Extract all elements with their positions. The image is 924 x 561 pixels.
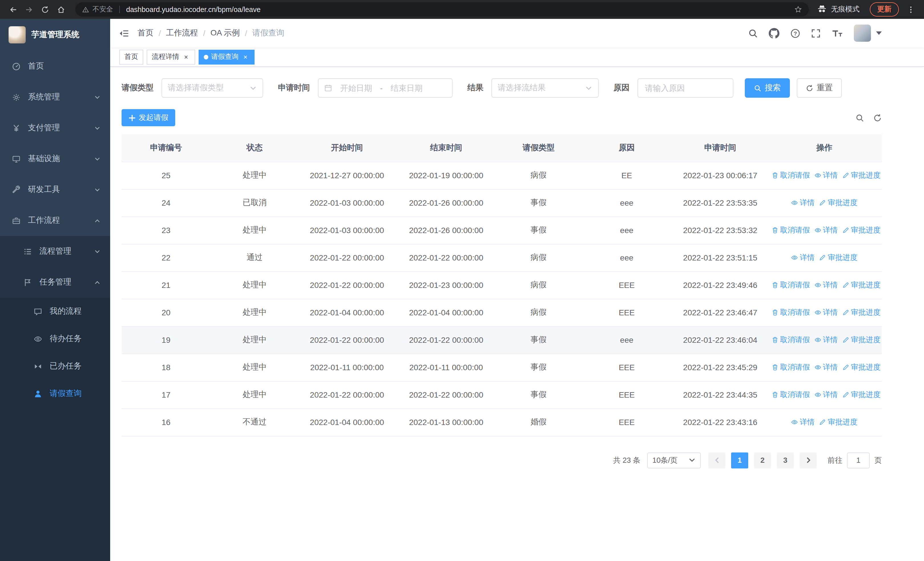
result-select[interactable]: 请选择流结果: [491, 78, 599, 98]
create-leave-button[interactable]: 发起请假: [122, 109, 175, 126]
apply-time-range-picker[interactable]: -: [318, 78, 453, 98]
sidebar-item[interactable]: 支付管理: [0, 113, 110, 143]
page-button[interactable]: 3: [777, 452, 794, 468]
cell-status: 处理中: [211, 271, 299, 299]
cancel-action-link[interactable]: 取消请假: [772, 335, 810, 345]
cell-status: 处理中: [211, 326, 299, 353]
cancel-action-link[interactable]: 取消请假: [772, 362, 810, 373]
breadcrumb-item[interactable]: 首页: [138, 28, 153, 38]
action-label: 审批进度: [851, 307, 880, 317]
refresh-table-icon[interactable]: [873, 113, 882, 122]
browser-menu-icon[interactable]: [903, 2, 918, 17]
start-date-input[interactable]: [334, 83, 378, 93]
cancel-action-link[interactable]: 取消请假: [772, 307, 810, 317]
reset-button-label: 重置: [817, 83, 832, 93]
progress-action-link[interactable]: 审批进度: [842, 170, 880, 180]
search-toggle-icon[interactable]: [855, 113, 864, 122]
sidebar-item[interactable]: 研发工具: [0, 174, 110, 205]
progress-action-link[interactable]: 审批进度: [842, 280, 880, 290]
sidebar-item[interactable]: 工作流程: [0, 205, 110, 236]
progress-action-link[interactable]: 审批进度: [842, 362, 880, 373]
detail-action-link[interactable]: 详情: [814, 335, 838, 345]
security-chip[interactable]: 不安全: [93, 5, 113, 14]
leave-type-select[interactable]: 请选择请假类型: [162, 78, 263, 98]
prev-page-button[interactable]: [708, 452, 725, 468]
tab[interactable]: 首页: [119, 50, 143, 64]
page-button[interactable]: 2: [754, 452, 771, 468]
sidebar-toggle-icon[interactable]: [110, 19, 138, 47]
sidebar-item[interactable]: 系统管理: [0, 82, 110, 113]
pagination: 共 23 条 10条/页 123 前往 页: [122, 452, 882, 468]
cancel-action-link[interactable]: 取消请假: [772, 170, 810, 180]
cancel-action-link[interactable]: 取消请假: [772, 280, 810, 290]
close-icon[interactable]: ×: [242, 53, 249, 61]
update-button[interactable]: 更新: [870, 2, 899, 17]
page-button[interactable]: 1: [731, 452, 748, 468]
progress-action-link[interactable]: 审批进度: [819, 417, 858, 427]
sidebar-item[interactable]: 流程管理: [0, 236, 110, 267]
security-warning-icon[interactable]: [82, 6, 89, 13]
action-label: 取消请假: [780, 307, 810, 317]
reason-input[interactable]: [638, 78, 734, 98]
cell-reason: EEE: [580, 381, 674, 409]
user-avatar[interactable]: [854, 24, 871, 42]
header-search-icon[interactable]: [748, 28, 758, 38]
progress-action-link[interactable]: 审批进度: [842, 390, 880, 400]
detail-action-link[interactable]: 详情: [814, 225, 838, 235]
detail-action-link[interactable]: 详情: [814, 362, 838, 373]
tab[interactable]: 流程详情×: [147, 50, 195, 64]
help-icon[interactable]: ?: [790, 28, 800, 38]
cancel-action-link[interactable]: 取消请假: [772, 225, 810, 235]
search-button[interactable]: 搜索: [745, 78, 790, 98]
sidebar-item[interactable]: 基础设施: [0, 143, 110, 174]
progress-action-link[interactable]: 审批进度: [842, 225, 880, 235]
cell-start_time: 2022-01-22 00:00:00: [299, 244, 395, 271]
back-icon[interactable]: [6, 2, 21, 17]
tab[interactable]: 请假查询×: [199, 50, 255, 64]
detail-action-link[interactable]: 详情: [791, 198, 815, 208]
sidebar-item[interactable]: 已办任务: [0, 352, 110, 380]
progress-action-link[interactable]: 审批进度: [842, 307, 880, 317]
end-date-input[interactable]: [385, 83, 428, 93]
forward-icon[interactable]: [22, 2, 36, 17]
breadcrumb-item[interactable]: 工作流程: [166, 28, 198, 38]
cell-apply_time: 2022-01-22 23:53:32: [674, 217, 767, 244]
cell-end_time: 2022-01-22 00:00:00: [395, 381, 497, 409]
sidebar-item[interactable]: 待办任务: [0, 325, 110, 352]
sidebar-item[interactable]: 首页: [0, 51, 110, 82]
reload-icon[interactable]: [38, 2, 52, 17]
sidebar-item[interactable]: 我的流程: [0, 298, 110, 325]
cancel-action-link[interactable]: 取消请假: [772, 390, 810, 400]
address-bar[interactable]: 不安全 dashboard.yudao.iocoder.cn/bpm/oa/le…: [75, 2, 808, 17]
detail-action-link[interactable]: 详情: [791, 253, 815, 263]
chevron-down-icon: [94, 94, 100, 100]
fullscreen-icon[interactable]: [811, 28, 820, 38]
progress-action-link[interactable]: 审批进度: [819, 198, 858, 208]
app-logo[interactable]: 芋道管理系统: [0, 19, 110, 51]
goto-page-input[interactable]: [847, 452, 870, 468]
breadcrumb-item[interactable]: OA 示例: [211, 28, 240, 38]
github-icon[interactable]: [769, 28, 779, 38]
detail-action-link[interactable]: 详情: [814, 307, 838, 317]
user-menu-caret-icon[interactable]: [876, 32, 882, 35]
next-page-button[interactable]: [800, 452, 817, 468]
close-icon[interactable]: ×: [182, 53, 190, 61]
detail-action-link[interactable]: 详情: [814, 390, 838, 400]
sidebar-item[interactable]: 任务管理: [0, 267, 110, 298]
font-size-icon[interactable]: [831, 28, 843, 38]
sidebar-item[interactable]: 请假查询: [0, 380, 110, 407]
cell-actions: 取消请假详情审批进度: [767, 162, 882, 189]
progress-action-link[interactable]: 审批进度: [819, 253, 858, 263]
url-text[interactable]: dashboard.yudao.iocoder.cn/bpm/oa/leave: [126, 5, 791, 14]
chevron-up-icon: [94, 217, 100, 224]
detail-action-link[interactable]: 详情: [791, 417, 815, 427]
bookmark-star-icon[interactable]: [794, 6, 802, 13]
edit-icon: [842, 309, 849, 316]
page-size-select[interactable]: 10条/页: [647, 452, 701, 468]
detail-action-link[interactable]: 详情: [814, 170, 838, 180]
progress-action-link[interactable]: 审批进度: [842, 335, 880, 345]
reset-button[interactable]: 重置: [797, 78, 842, 98]
home-icon[interactable]: [54, 2, 69, 17]
detail-action-link[interactable]: 详情: [814, 280, 838, 290]
cell-apply_time: 2022-01-22 23:49:46: [674, 271, 767, 299]
